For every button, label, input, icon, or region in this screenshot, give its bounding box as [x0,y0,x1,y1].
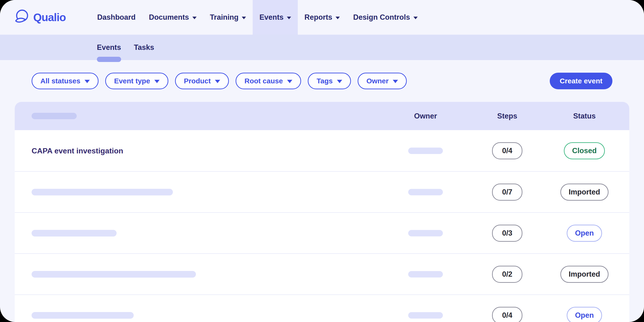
nav-item-label: Reports [304,13,332,22]
filter-label: Product [184,77,211,85]
nav-item-documents[interactable]: Documents [142,0,203,35]
column-header-owner: Owner [414,112,437,120]
top-navbar: Qualio Dashboard Documents Training Even… [0,0,644,35]
status-badge: Closed [564,142,605,159]
nav-item-label: Events [259,13,284,22]
secondary-navbar: Events Tasks [0,35,644,60]
table-row[interactable]: 0/3 Open [15,212,629,253]
filter-label: Root cause [244,77,283,85]
nav-item-reports[interactable]: Reports [298,0,346,35]
status-badge: Imported [560,266,608,283]
filter-owner[interactable]: Owner [358,73,407,89]
chevron-down-icon [84,80,90,83]
filter-toolbar: All statuses Event type Product Root cau… [32,73,612,89]
owner-placeholder [408,148,443,154]
filter-all-statuses[interactable]: All statuses [32,73,98,89]
event-title-placeholder [32,189,173,196]
status-badge: Open [566,307,602,322]
chevron-down-icon [414,16,418,19]
chevron-down-icon [287,80,292,83]
filter-root-cause[interactable]: Root cause [236,73,301,89]
steps-pill: 0/4 [492,142,522,159]
chevron-down-icon [393,80,398,83]
filter-label: Tags [316,77,333,85]
chevron-down-icon [215,80,220,83]
steps-pill: 0/3 [492,225,522,242]
table-row[interactable]: 0/4 Open [15,294,629,322]
chevron-down-icon [242,16,246,19]
events-table: Owner Steps Status CAPA event investigat… [15,102,629,322]
table-row[interactable]: 0/7 Imported [15,171,629,212]
create-event-button[interactable]: Create event [550,73,612,89]
status-badge: Open [566,225,602,242]
qualio-logo[interactable]: Qualio [14,8,66,26]
filter-tags[interactable]: Tags [308,73,351,89]
qualio-logo-icon [14,8,30,26]
owner-placeholder [408,312,443,318]
event-title-placeholder [32,312,134,319]
tab-tasks[interactable]: Tasks [134,35,154,60]
nav-item-label: Design Controls [353,13,410,22]
owner-placeholder [408,230,443,236]
filter-label: All statuses [40,77,80,85]
tab-label: Tasks [134,43,154,52]
nav-item-training[interactable]: Training [203,0,253,35]
chevron-down-icon [287,16,291,19]
steps-pill: 0/4 [492,307,522,322]
brand-name: Qualio [33,11,66,24]
steps-pill: 0/7 [492,184,522,201]
owner-placeholder [408,189,443,195]
filter-label: Owner [366,77,388,85]
nav-item-label: Documents [149,13,189,22]
tab-events[interactable]: Events [97,35,121,60]
filter-label: Event type [114,77,150,85]
table-header: Owner Steps Status [15,102,629,130]
filter-product[interactable]: Product [175,73,229,89]
filter-event-type[interactable]: Event type [105,73,168,89]
nav-item-design-controls[interactable]: Design Controls [346,0,424,35]
nav-item-events[interactable]: Events [253,0,298,35]
primary-nav: Dashboard Documents Training Events Repo… [90,0,424,35]
chevron-down-icon [192,16,196,19]
column-header-status: Status [573,112,596,120]
nav-item-label: Training [210,13,239,22]
chevron-down-icon [154,80,160,83]
steps-pill: 0/2 [492,266,522,283]
title-column-placeholder [32,113,77,119]
table-row[interactable]: CAPA event investigation 0/4 Closed [15,130,629,171]
chevron-down-icon [336,16,340,19]
event-title-placeholder [32,271,196,278]
events-page: All statuses Event type Product Root cau… [0,73,644,322]
event-title[interactable]: CAPA event investigation [32,146,123,155]
table-row[interactable]: 0/2 Imported [15,253,629,294]
nav-item-dashboard[interactable]: Dashboard [90,0,142,35]
column-header-steps: Steps [497,112,517,120]
status-badge: Imported [560,184,608,201]
app-window: Qualio Dashboard Documents Training Even… [0,0,644,322]
tab-label: Events [97,43,121,52]
event-title-placeholder [32,230,116,236]
chevron-down-icon [337,80,342,83]
owner-placeholder [408,271,443,277]
nav-item-label: Dashboard [97,13,136,22]
